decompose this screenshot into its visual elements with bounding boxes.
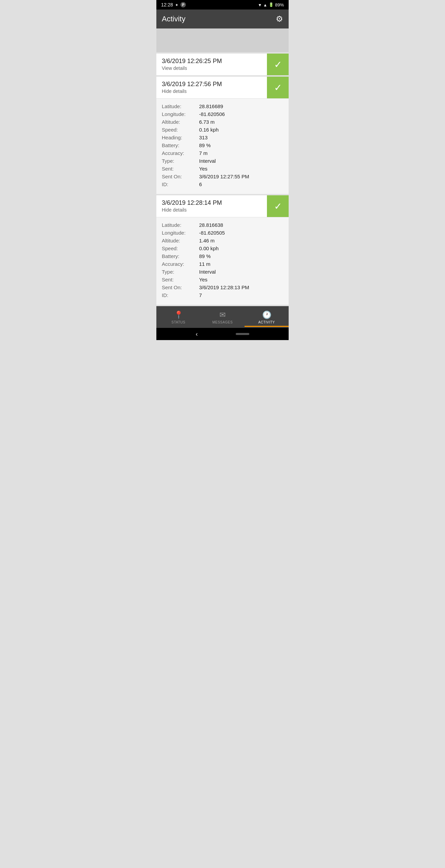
detail-value-accuracy-3: 11 m <box>199 261 210 267</box>
detail-heading-2: Heading: 313 <box>162 135 283 140</box>
detail-altitude-2: Altitude: 6.73 m <box>162 119 283 125</box>
detail-value-sent-2: Yes <box>199 166 207 172</box>
detail-label-battery-2: Battery: <box>162 142 199 148</box>
detail-senton-2: Sent On: 3/6/2019 12:27:55 PM <box>162 174 283 179</box>
card-action-2[interactable]: Hide details <box>162 88 262 94</box>
card-header-text-2[interactable]: 3/6/2019 12:27:56 PM Hide details <box>156 77 267 98</box>
detail-latitude-3: Latitude: 28.816638 <box>162 222 283 228</box>
nav-item-status[interactable]: 📍 STATUS <box>156 308 200 327</box>
detail-longitude-2: Longitude: -81.620506 <box>162 111 283 117</box>
detail-label-longitude-3: Longitude: <box>162 230 199 236</box>
status-bar: 12:28 P 🔋 89% <box>156 0 289 9</box>
card-header-text-3[interactable]: 3/6/2019 12:28:14 PM Hide details <box>156 195 267 217</box>
nav-item-activity[interactable]: 🕐 ACTIVITY <box>245 308 289 327</box>
detail-altitude-3: Altitude: 1.46 m <box>162 238 283 243</box>
detail-label-speed-3: Speed: <box>162 245 199 251</box>
detail-value-speed-2: 0.16 kph <box>199 127 219 133</box>
status-right: 🔋 89% <box>258 2 284 7</box>
detail-value-id-2: 6 <box>199 181 202 187</box>
detail-value-battery-3: 89 % <box>199 253 211 259</box>
detail-value-battery-2: 89 % <box>199 142 211 148</box>
detail-value-latitude-3: 28.816638 <box>199 222 223 228</box>
home-indicator[interactable] <box>236 333 249 335</box>
card-date-1: 3/6/2019 12:26:25 PM <box>162 58 262 65</box>
detail-label-id-2: ID: <box>162 181 199 187</box>
detail-type-2: Type: Interval <box>162 158 283 164</box>
detail-longitude-3: Longitude: -81.620505 <box>162 230 283 236</box>
map-placeholder <box>156 28 289 52</box>
card-header-2: 3/6/2019 12:27:56 PM Hide details ✓ <box>156 77 289 98</box>
detail-speed-2: Speed: 0.16 kph <box>162 127 283 133</box>
card-date-3: 3/6/2019 12:28:14 PM <box>162 199 262 206</box>
detail-label-altitude-2: Altitude: <box>162 119 199 125</box>
card-details-3: Latitude: 28.816638 Longitude: -81.62050… <box>156 217 289 305</box>
detail-value-longitude-3: -81.620505 <box>199 230 225 236</box>
messages-nav-label: MESSAGES <box>212 320 233 324</box>
detail-label-sent-2: Sent: <box>162 166 199 172</box>
card-action-1[interactable]: View details <box>162 65 262 71</box>
activity-card-3: 3/6/2019 12:28:14 PM Hide details ✓ Lati… <box>156 195 289 305</box>
detail-label-speed-2: Speed: <box>162 127 199 133</box>
nav-item-messages[interactable]: ✉ MESSAGES <box>200 308 245 327</box>
status-left: 12:28 P <box>161 2 186 7</box>
messages-nav-icon: ✉ <box>219 311 226 319</box>
detail-latitude-2: Latitude: 28.816689 <box>162 103 283 109</box>
detail-value-type-3: Interval <box>199 269 216 275</box>
settings-icon[interactable]: ⚙ <box>276 14 283 24</box>
bottom-navigation: 📍 STATUS ✉ MESSAGES 🕐 ACTIVITY <box>156 306 289 328</box>
detail-value-longitude-2: -81.620506 <box>199 111 225 117</box>
detail-value-speed-3: 0.00 kph <box>199 245 219 251</box>
detail-battery-2: Battery: 89 % <box>162 142 283 148</box>
detail-label-sent-3: Sent: <box>162 277 199 282</box>
card-action-3[interactable]: Hide details <box>162 207 262 213</box>
detail-value-id-3: 7 <box>199 292 202 298</box>
activity-card-1: 3/6/2019 12:26:25 PM View details ✓ <box>156 54 289 75</box>
detail-label-latitude-3: Latitude: <box>162 222 199 228</box>
detail-value-altitude-2: 6.73 m <box>199 119 215 125</box>
card-check-2[interactable]: ✓ <box>267 77 289 98</box>
detail-label-type-2: Type: <box>162 158 199 164</box>
detail-speed-3: Speed: 0.00 kph <box>162 245 283 251</box>
detail-label-altitude-3: Altitude: <box>162 238 199 243</box>
detail-value-senton-3: 3/6/2019 12:28:13 PM <box>199 284 249 290</box>
card-date-2: 3/6/2019 12:27:56 PM <box>162 81 262 88</box>
back-button[interactable]: ‹ <box>196 331 198 338</box>
detail-label-longitude-2: Longitude: <box>162 111 199 117</box>
detail-value-latitude-2: 28.816689 <box>199 103 223 109</box>
time-display: 12:28 <box>161 2 173 7</box>
detail-sent-3: Sent: Yes <box>162 277 283 282</box>
signal-icon <box>263 2 267 7</box>
detail-type-3: Type: Interval <box>162 269 283 275</box>
checkmark-icon-2: ✓ <box>274 82 282 93</box>
card-check-3[interactable]: ✓ <box>267 195 289 217</box>
detail-value-type-2: Interval <box>199 158 216 164</box>
detail-label-accuracy-2: Accuracy: <box>162 150 199 156</box>
detail-id-3: ID: 7 <box>162 292 283 298</box>
detail-label-latitude-2: Latitude: <box>162 103 199 109</box>
system-navigation: ‹ <box>156 328 289 340</box>
page-title: Activity <box>162 15 186 23</box>
detail-label-heading-2: Heading: <box>162 135 199 140</box>
card-header-3: 3/6/2019 12:28:14 PM Hide details ✓ <box>156 195 289 217</box>
parking-icon: P <box>180 2 186 7</box>
detail-value-heading-2: 313 <box>199 135 208 140</box>
card-header-text-1[interactable]: 3/6/2019 12:26:25 PM View details <box>156 54 267 75</box>
checkmark-icon-1: ✓ <box>274 59 282 70</box>
detail-id-2: ID: 6 <box>162 181 283 187</box>
content-area: 3/6/2019 12:26:25 PM View details ✓ 3/6/… <box>156 28 289 306</box>
activity-nav-icon: 🕐 <box>262 311 271 319</box>
card-details-2: Latitude: 28.816689 Longitude: -81.62050… <box>156 98 289 194</box>
checkmark-icon-3: ✓ <box>274 201 282 212</box>
battery-icon: 🔋 <box>269 2 274 7</box>
activity-nav-label: ACTIVITY <box>258 320 275 324</box>
detail-accuracy-3: Accuracy: 11 m <box>162 261 283 267</box>
detail-label-type-3: Type: <box>162 269 199 275</box>
status-nav-icon: 📍 <box>174 311 183 319</box>
detail-label-id-3: ID: <box>162 292 199 298</box>
card-check-1[interactable]: ✓ <box>267 54 289 75</box>
detail-label-senton-3: Sent On: <box>162 284 199 290</box>
wifi-icon <box>258 2 262 7</box>
detail-value-accuracy-2: 7 m <box>199 150 208 156</box>
battery-percentage: 89% <box>275 2 284 7</box>
detail-value-altitude-3: 1.46 m <box>199 238 215 243</box>
